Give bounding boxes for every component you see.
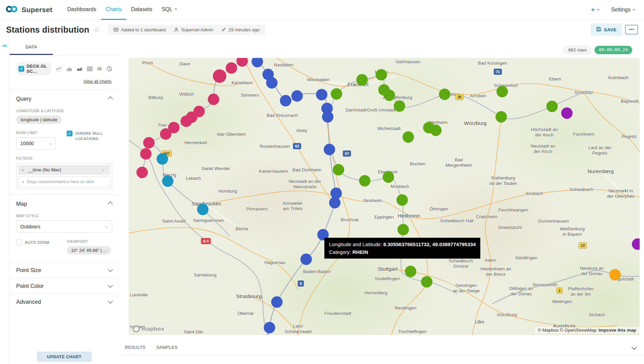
map-point[interactable] <box>316 89 327 100</box>
dashboards-badge[interactable]: Added to 1 dashboard <box>114 27 166 32</box>
plus-icon: + <box>22 179 25 185</box>
map-point[interactable] <box>561 107 573 119</box>
map-point[interactable] <box>329 197 341 208</box>
settings-menu[interactable]: Settings <box>611 7 635 13</box>
map-point[interactable] <box>384 90 395 101</box>
map-point[interactable] <box>291 90 303 102</box>
map-point[interactable] <box>546 101 558 112</box>
tab-data[interactable]: DATA <box>10 44 53 55</box>
viewport-chip[interactable]: 10° 24' 49.86" | ... <box>67 246 111 255</box>
map-label: Homburg <box>218 189 237 194</box>
tab-samples[interactable]: SAMPLES <box>156 345 178 350</box>
map-point[interactable] <box>495 111 507 123</box>
map-point[interactable] <box>430 125 442 136</box>
map-attribution[interactable]: © Mapbox © OpenStreetMapImprove this map <box>535 327 640 333</box>
map-point[interactable] <box>208 94 219 105</box>
map-point[interactable] <box>609 269 621 280</box>
point-color-section[interactable]: Point Color <box>9 278 119 294</box>
update-chart-button[interactable]: UPDATE CHART <box>37 352 92 362</box>
map-point[interactable] <box>271 296 283 308</box>
map-point[interactable] <box>359 175 371 187</box>
map-point[interactable] <box>421 276 432 288</box>
map-point[interactable] <box>213 69 226 83</box>
ignore-null-checkbox[interactable]: ✓ <box>67 131 72 136</box>
query-section-header[interactable]: Query <box>16 96 112 102</box>
filter-drop-zone[interactable]: + Drop columns/metrics here or click <box>18 176 110 187</box>
map-point[interactable] <box>136 167 148 178</box>
lon-lat-chip[interactable]: longitude | latitude <box>16 115 62 124</box>
results-bar: RESULTS SAMPLES <box>119 340 644 355</box>
auto-zoom-checkbox[interactable] <box>16 239 22 245</box>
map-point[interactable] <box>356 74 368 86</box>
map-label: Ansbach <box>525 191 543 196</box>
map-canvas[interactable]: Longitude and Latitude: 8.30556376651173… <box>129 58 640 335</box>
nav-item-sql[interactable]: SQL <box>157 0 182 20</box>
nav-item-datasets[interactable]: Datasets <box>126 0 157 20</box>
map-point[interactable] <box>280 95 291 106</box>
map-label: Gunzenhausen <box>538 219 569 224</box>
map-point[interactable] <box>397 224 409 235</box>
map-point[interactable] <box>402 131 414 143</box>
lon-lat-label: LONGITUDE & LATITUDE <box>16 109 112 113</box>
map-label: Obernai <box>237 311 254 316</box>
last-modified-badge[interactable]: 29 minutes ago <box>221 27 259 32</box>
map-point[interactable] <box>383 171 394 183</box>
map-point[interactable] <box>405 266 416 277</box>
map-label: Crailsheim <box>476 214 497 220</box>
improve-map-link[interactable]: Improve this map <box>599 328 636 333</box>
map-point[interactable] <box>160 128 171 140</box>
map-point[interactable] <box>322 111 333 123</box>
map-section-header[interactable]: Map <box>16 201 112 207</box>
save-button[interactable]: SAVE <box>591 24 622 36</box>
collapse-results-icon[interactable] <box>632 344 636 351</box>
map-point[interactable] <box>140 148 152 160</box>
expand-panel-icon[interactable] <box>2 43 7 49</box>
map-point[interactable] <box>226 62 237 74</box>
map-label: Nördlingen <box>515 255 537 261</box>
point-size-section[interactable]: Point Size <box>9 262 119 278</box>
map-label: Sarrebourg <box>194 272 217 278</box>
map-point[interactable] <box>396 194 408 206</box>
map-label: Sindelfingen <box>375 276 400 282</box>
map-point[interactable] <box>266 77 278 89</box>
map-point[interactable] <box>143 137 155 148</box>
map-point[interactable] <box>300 254 312 265</box>
owner-badge[interactable]: Superset Admin <box>174 27 213 32</box>
map-point[interactable] <box>394 100 405 112</box>
map-point[interactable] <box>333 164 344 175</box>
map-point[interactable] <box>181 115 192 127</box>
view-all-charts-link[interactable]: View all charts <box>16 79 111 84</box>
more-options-button[interactable]: ••• <box>625 25 638 34</box>
map-point[interactable] <box>197 204 208 215</box>
pie-chart-icon[interactable] <box>106 66 112 72</box>
row-limit-select[interactable]: 10000 <box>16 137 56 150</box>
line-chart-icon[interactable] <box>56 66 62 71</box>
area-chart-icon[interactable] <box>76 66 83 71</box>
tab-results[interactable]: RESULTS <box>125 345 146 350</box>
more-viz-count[interactable]: 4k <box>97 66 102 71</box>
filter-chip-time[interactable]: × __time (No filter) › <box>18 165 110 175</box>
viz-type-chip[interactable]: ✓ DECK.GL SC... <box>16 62 51 75</box>
map-label: Günzburg <box>497 312 517 318</box>
map-style-select[interactable]: Outdoors <box>16 221 112 233</box>
superset-logo[interactable]: Superset <box>5 5 52 14</box>
table-icon[interactable] <box>87 66 93 71</box>
new-item-button[interactable]: + <box>591 6 600 14</box>
map-point[interactable] <box>324 144 335 155</box>
map-point[interactable] <box>157 153 168 165</box>
nav-item-dashboards[interactable]: Dashboards <box>62 0 101 20</box>
remove-filter-icon[interactable]: × <box>18 167 28 173</box>
map-point[interactable] <box>376 69 387 80</box>
map-point[interactable] <box>264 322 275 333</box>
map-point[interactable] <box>439 89 450 100</box>
mapbox-logo[interactable]: mapbox <box>133 325 164 332</box>
map-point[interactable] <box>162 175 173 187</box>
map-point[interactable] <box>496 86 508 97</box>
nav-item-charts[interactable]: Charts <box>101 0 126 20</box>
divider <box>9 89 119 90</box>
advanced-section[interactable]: Advanced <box>9 294 119 309</box>
map-point[interactable] <box>331 88 342 100</box>
favorite-star-icon[interactable]: ☆ <box>93 26 99 34</box>
road-shield: 5 <box>298 280 304 287</box>
bar-chart-icon[interactable] <box>66 66 72 71</box>
